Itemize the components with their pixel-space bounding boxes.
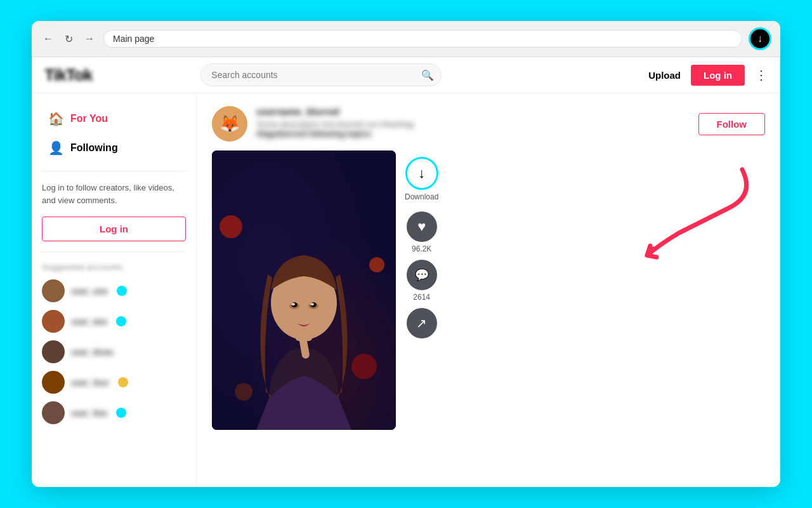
video-actions: ↓ Download ♥ 96.2K 💬 [396, 150, 438, 338]
refresh-button[interactable]: ↻ [62, 32, 75, 46]
sidebar-for-you-label: For You [70, 113, 108, 124]
follow-button[interactable]: Follow [698, 113, 766, 135]
sidebar-divider [42, 171, 186, 171]
arrow-annotation [615, 157, 755, 286]
list-item[interactable]: user_two [42, 310, 186, 333]
avatar [42, 340, 65, 363]
sidebar-following-label: Following [70, 142, 118, 154]
post-tags: #tagsblurred following topics [256, 129, 690, 138]
post-info: username_blurred Some description text b… [256, 106, 690, 138]
verified-badge [116, 408, 126, 418]
svg-point-13 [291, 303, 295, 305]
app-body: 🏠 For You 👤 Following Log in to follow c… [32, 93, 780, 487]
download-icon: ↓ [418, 165, 425, 182]
header-right: Upload Log in ⋮ [648, 65, 768, 86]
post-description: Some description text blurred out #hasht… [256, 119, 690, 129]
video-row: ↓ Download ♥ 96.2K 💬 [212, 150, 765, 430]
back-button[interactable]: ← [41, 32, 56, 46]
browser-window: ← ↻ → ↓ TikTok 🔍 Upload Log in ⋮ 🏠 For Y… [32, 21, 780, 487]
verified-badge [116, 316, 126, 326]
like-action[interactable]: ♥ 96.2K [407, 211, 437, 253]
list-item[interactable]: user_one [42, 279, 186, 302]
home-icon: 🏠 [48, 111, 64, 126]
download-label: Download [405, 192, 438, 201]
like-count: 96.2K [412, 244, 431, 253]
avatar [42, 371, 65, 394]
svg-point-2 [219, 215, 242, 238]
sidebar-user-name: user_five [71, 408, 107, 418]
svg-point-5 [235, 383, 252, 401]
search-container: 🔍 [200, 64, 442, 86]
svg-point-4 [351, 354, 377, 379]
app-header: TikTok 🔍 Upload Log in ⋮ [32, 57, 780, 93]
forward-button[interactable]: → [82, 32, 97, 46]
sidebar-item-for-you[interactable]: 🏠 For You [42, 106, 186, 131]
browser-download-button[interactable]: ↓ [749, 27, 771, 50]
more-button[interactable]: ⋮ [755, 67, 768, 83]
sidebar-divider-2 [42, 251, 186, 252]
like-icon: ♥ [417, 218, 426, 235]
list-item[interactable]: user_four [42, 371, 186, 394]
sidebar-user-name: user_four [71, 378, 109, 387]
sidebar-user-name: user_one [71, 286, 108, 296]
following-icon: 👤 [48, 140, 64, 156]
login-button[interactable]: Log in [691, 65, 745, 86]
post-username: username_blurred [256, 106, 690, 117]
avatar [42, 310, 65, 333]
suggested-accounts-title: Suggested accounts [42, 262, 186, 272]
list-item[interactable]: user_five [42, 401, 186, 424]
sidebar-login-button[interactable]: Log in [42, 217, 186, 241]
sidebar-item-following[interactable]: 👤 Following [42, 135, 186, 161]
avatar [42, 279, 65, 302]
address-bar[interactable] [103, 30, 742, 48]
sidebar-login-text: Log in to follow creators, like videos, … [42, 182, 186, 206]
list-item[interactable]: user_three [42, 340, 186, 363]
share-action[interactable]: ↗ [407, 308, 437, 338]
verified-badge [117, 286, 127, 296]
svg-point-14 [310, 303, 314, 305]
download-action[interactable]: ↓ Download [405, 157, 438, 201]
comment-icon: 💬 [415, 268, 429, 282]
browser-download-icon: ↓ [757, 33, 763, 44]
comment-count: 2614 [413, 293, 430, 302]
video-thumbnail[interactable] [212, 150, 396, 430]
sidebar-user-name: user_three [71, 347, 113, 357]
avatar: 🦊 [212, 106, 247, 142]
main-content: 🦊 username_blurred Some description text… [197, 93, 780, 487]
sidebar-user-name: user_two [71, 317, 107, 326]
app-logo: TikTok [44, 65, 92, 85]
gold-badge [118, 377, 128, 387]
comment-action[interactable]: 💬 2614 [407, 260, 437, 302]
comment-circle: 💬 [407, 260, 437, 290]
search-input[interactable] [200, 64, 442, 86]
svg-point-3 [369, 257, 384, 272]
share-icon: ↗ [416, 316, 427, 331]
search-icon: 🔍 [421, 69, 434, 81]
upload-button[interactable]: Upload [648, 70, 681, 81]
post-header: 🦊 username_blurred Some description text… [212, 106, 765, 142]
sidebar: 🏠 For You 👤 Following Log in to follow c… [32, 93, 197, 487]
video-content [212, 150, 396, 430]
browser-toolbar: ← ↻ → ↓ [32, 21, 780, 57]
download-circle: ↓ [405, 157, 438, 190]
share-circle: ↗ [407, 308, 437, 338]
like-circle: ♥ [407, 211, 437, 242]
avatar [42, 401, 65, 424]
